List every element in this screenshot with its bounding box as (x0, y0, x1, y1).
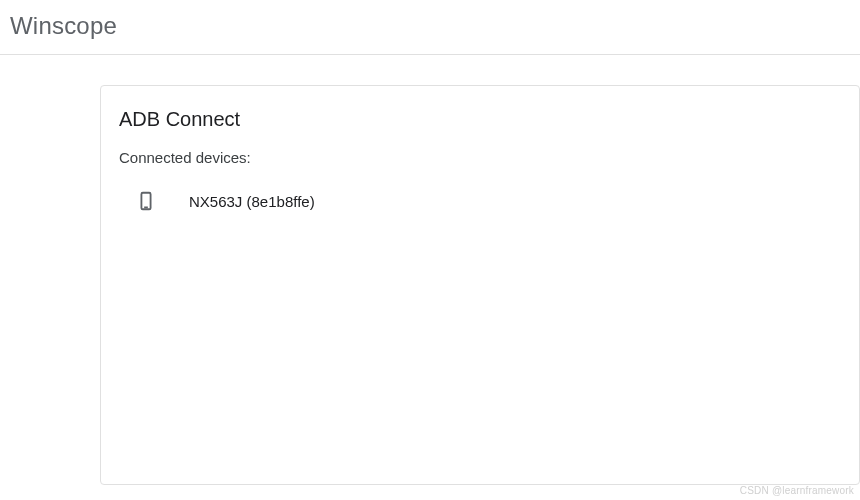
card-title: ADB Connect (119, 108, 841, 131)
smartphone-icon (135, 190, 157, 212)
watermark: CSDN @learnframework (740, 485, 854, 496)
main-content: ADB Connect Connected devices: NX563J (8… (0, 55, 860, 485)
device-row[interactable]: NX563J (8e1b8ffe) (119, 190, 841, 212)
app-title: Winscope (10, 12, 850, 40)
device-label: NX563J (8e1b8ffe) (189, 193, 315, 210)
connected-devices-label: Connected devices: (119, 149, 841, 166)
adb-connect-card: ADB Connect Connected devices: NX563J (8… (100, 85, 860, 485)
app-header: Winscope (0, 0, 860, 55)
